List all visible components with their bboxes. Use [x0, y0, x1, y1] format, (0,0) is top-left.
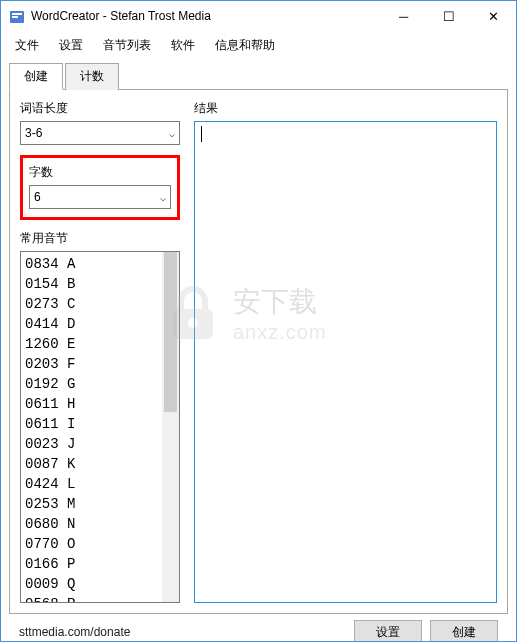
- word-count-label: 字数: [29, 164, 171, 181]
- menu-help[interactable]: 信息和帮助: [205, 33, 285, 58]
- chevron-down-icon: ⌵: [160, 192, 166, 203]
- donate-link[interactable]: sttmedia.com/donate: [19, 625, 346, 639]
- list-item[interactable]: 0192 G: [25, 374, 175, 394]
- syllables-listbox[interactable]: 0834 A0154 B0273 C0414 D1260 E0203 F0192…: [20, 251, 180, 603]
- list-item[interactable]: 0611 I: [25, 414, 175, 434]
- list-item[interactable]: 0834 A: [25, 254, 175, 274]
- tab-count[interactable]: 计数: [65, 63, 119, 90]
- list-item[interactable]: 0253 M: [25, 494, 175, 514]
- list-item[interactable]: 0009 Q: [25, 574, 175, 594]
- list-item[interactable]: 0414 D: [25, 314, 175, 334]
- svg-rect-1: [12, 13, 22, 15]
- highlighted-section: 字数 6 ⌵: [20, 155, 180, 220]
- list-item[interactable]: 0770 O: [25, 534, 175, 554]
- menu-software[interactable]: 软件: [161, 33, 205, 58]
- app-icon: [9, 8, 25, 24]
- list-item[interactable]: 0166 P: [25, 554, 175, 574]
- minimize-button[interactable]: ─: [381, 2, 426, 30]
- maximize-button[interactable]: ☐: [426, 2, 471, 30]
- list-item[interactable]: 0273 C: [25, 294, 175, 314]
- close-button[interactable]: ✕: [471, 2, 516, 30]
- window-title: WordCreator - Stefan Trost Media: [31, 9, 381, 23]
- word-count-value: 6: [34, 190, 41, 204]
- list-item[interactable]: 0087 K: [25, 454, 175, 474]
- tab-create[interactable]: 创建: [9, 63, 63, 90]
- list-item[interactable]: 0203 F: [25, 354, 175, 374]
- menu-syllable-list[interactable]: 音节列表: [93, 33, 161, 58]
- chevron-down-icon: ⌵: [169, 128, 175, 139]
- list-item[interactable]: 0680 N: [25, 514, 175, 534]
- word-length-label: 词语长度: [20, 100, 180, 117]
- create-button[interactable]: 创建: [430, 620, 498, 642]
- menu-settings[interactable]: 设置: [49, 33, 93, 58]
- word-length-value: 3-6: [25, 126, 42, 140]
- list-item[interactable]: 1260 E: [25, 334, 175, 354]
- word-length-select[interactable]: 3-6 ⌵: [20, 121, 180, 145]
- word-count-select[interactable]: 6 ⌵: [29, 185, 171, 209]
- scrollbar[interactable]: [162, 252, 179, 602]
- result-textarea[interactable]: [194, 121, 497, 603]
- syllables-label: 常用音节: [20, 230, 180, 247]
- list-item[interactable]: 0424 L: [25, 474, 175, 494]
- list-item[interactable]: 0568 R: [25, 594, 175, 603]
- scrollbar-thumb[interactable]: [164, 252, 177, 412]
- svg-rect-2: [12, 16, 18, 18]
- text-cursor: [201, 126, 202, 142]
- list-item[interactable]: 0023 J: [25, 434, 175, 454]
- settings-button[interactable]: 设置: [354, 620, 422, 642]
- list-item[interactable]: 0611 H: [25, 394, 175, 414]
- menu-file[interactable]: 文件: [5, 33, 49, 58]
- list-item[interactable]: 0154 B: [25, 274, 175, 294]
- result-label: 结果: [194, 100, 497, 117]
